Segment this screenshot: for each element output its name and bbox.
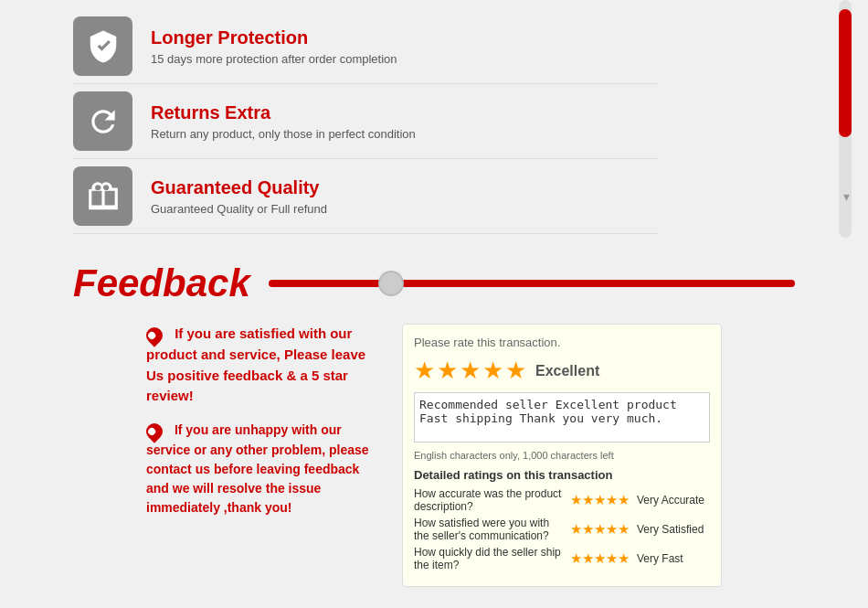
rating-question-accuracy: How accurate was the product description…	[414, 487, 563, 513]
mini-stars-shipping: ★ ★ ★ ★ ★	[570, 550, 630, 567]
feature-longer-protection-desc: 15 days more protection after order comp…	[151, 52, 397, 66]
detailed-ratings-title: Detailed ratings on this transaction	[414, 468, 710, 482]
feature-longer-protection: Longer Protection 15 days more protectio…	[73, 9, 658, 84]
refresh-icon-container	[73, 91, 132, 151]
mini-star-a3: ★	[594, 492, 606, 508]
mini-star-c3: ★	[594, 521, 606, 538]
feature-guaranteed-quality-title: Guaranteed Quality	[151, 177, 327, 198]
refresh-icon	[86, 104, 121, 139]
shield-icon-container	[73, 16, 132, 76]
char-limit-text: English characters only, 1,000 character…	[414, 450, 710, 461]
star-1[interactable]: ★	[414, 357, 435, 385]
rating-row-communication: How satisfied were you with the seller's…	[414, 517, 710, 542]
mini-star-c4: ★	[606, 521, 618, 538]
feature-longer-protection-title: Longer Protection	[151, 27, 397, 48]
mini-star-a2: ★	[582, 492, 594, 508]
rating-row-accuracy: How accurate was the product description…	[414, 487, 710, 513]
feedback-form: Please rate this transaction. ★ ★ ★ ★ ★ …	[402, 324, 722, 587]
feedback-title: Feedback	[73, 261, 250, 305]
feature-returns-extra: Returns Extra Return any product, only t…	[73, 84, 658, 159]
mini-star-s3: ★	[594, 550, 606, 567]
positive-feedback-text: If you are satisfied with our product an…	[146, 324, 384, 407]
rating-question-shipping: How quickly did the seller ship the item…	[414, 546, 563, 571]
form-label: Please rate this transaction.	[414, 336, 710, 349]
feedback-slider[interactable]	[269, 280, 795, 287]
rating-value-communication: Very Satisfied	[637, 523, 710, 536]
mini-star-c5: ★	[618, 521, 630, 538]
shield-icon	[86, 29, 121, 64]
rating-question-communication: How satisfied were you with the seller's…	[414, 517, 563, 542]
rating-row-shipping: How quickly did the seller ship the item…	[414, 546, 710, 571]
mini-star-a5: ★	[618, 492, 630, 508]
mini-star-a1: ★	[570, 492, 582, 508]
mini-stars-accuracy: ★ ★ ★ ★ ★	[570, 492, 630, 508]
feature-returns-extra-text: Returns Extra Return any product, only t…	[151, 102, 416, 141]
star-5[interactable]: ★	[505, 357, 526, 385]
rating-label: Excellent	[535, 363, 599, 379]
star-2[interactable]: ★	[437, 357, 458, 385]
feedback-textarea[interactable]: Recommended seller Excellent product Fas…	[414, 392, 710, 443]
mini-star-s5: ★	[618, 550, 630, 567]
feature-guaranteed-quality-desc: Guaranteed Quality or Full refund	[151, 202, 327, 216]
stars-row: ★ ★ ★ ★ ★ Excellent	[414, 357, 710, 385]
mini-stars-communication: ★ ★ ★ ★ ★	[570, 521, 630, 538]
feature-guaranteed-quality: Guaranteed Quality Guaranteed Quality or…	[73, 159, 658, 234]
gift-icon-container	[73, 166, 132, 226]
feature-guaranteed-quality-text: Guaranteed Quality Guaranteed Quality or…	[151, 177, 327, 216]
star-4[interactable]: ★	[482, 357, 503, 385]
gift-icon	[86, 179, 121, 214]
svg-point-0	[100, 37, 105, 43]
slider-thumb[interactable]	[378, 271, 404, 296]
mini-star-s2: ★	[582, 550, 594, 567]
positive-feedback-label: If you are satisfied with our product an…	[146, 325, 365, 403]
top-section: Longer Protection 15 days more protectio…	[0, 0, 868, 243]
feedback-section: Feedback If you are satisfied with our p…	[0, 243, 868, 596]
negative-feedback-label: If you are unhappy with our service or a…	[146, 422, 369, 515]
mini-star-s1: ★	[570, 550, 582, 567]
feature-returns-extra-desc: Return any product, only those in perfec…	[151, 127, 416, 141]
mini-star-c1: ★	[570, 521, 582, 538]
bottom-content: If you are satisfied with our product an…	[73, 324, 795, 587]
scrollbar-thumb[interactable]	[839, 9, 852, 137]
feature-returns-extra-title: Returns Extra	[151, 102, 416, 123]
rating-value-shipping: Very Fast	[637, 552, 710, 565]
mini-star-a4: ★	[606, 492, 618, 508]
pin-icon-positive	[146, 325, 167, 346]
negative-feedback-text: If you are unhappy with our service or a…	[146, 421, 384, 517]
left-text-panel: If you are satisfied with our product an…	[146, 324, 384, 587]
main-container: Longer Protection 15 days more protectio…	[0, 0, 868, 608]
scrollbar-down-arrow[interactable]: ▾	[837, 187, 855, 206]
mini-star-s4: ★	[606, 550, 618, 567]
feature-longer-protection-text: Longer Protection 15 days more protectio…	[151, 27, 397, 66]
feedback-header: Feedback	[73, 261, 795, 305]
pin-icon-negative	[146, 421, 167, 441]
mini-star-c2: ★	[582, 521, 594, 538]
rating-value-accuracy: Very Accurate	[637, 494, 710, 507]
star-3[interactable]: ★	[460, 357, 481, 385]
